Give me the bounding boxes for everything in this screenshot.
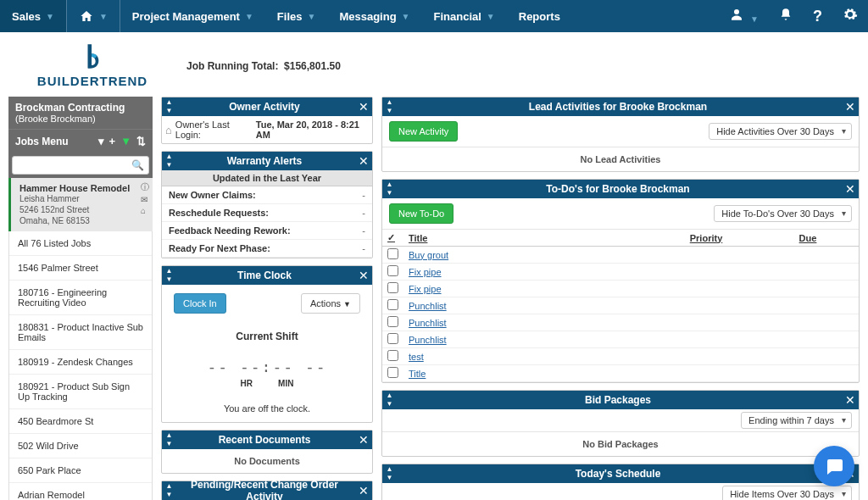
- schedule-filter-select[interactable]: Hide Items Over 30 Days: [722, 486, 852, 500]
- todo-due-header[interactable]: Due: [757, 230, 859, 247]
- nav-messaging[interactable]: Messaging▼: [327, 0, 421, 32]
- todo-link[interactable]: Punchlist: [409, 318, 447, 328]
- lead-filter-select[interactable]: Hide Activities Over 30 Days: [709, 123, 852, 140]
- todo-link[interactable]: Fix pipe: [409, 284, 442, 294]
- todo-link[interactable]: Title: [409, 369, 426, 379]
- close-icon[interactable]: ✕: [355, 484, 372, 497]
- panel-lead-activities: ▲▼Lead Activities for Brooke Brockman✕ N…: [381, 97, 860, 172]
- todo-checkbox[interactable]: [387, 248, 398, 259]
- panel-title: To-Do's for Brooke Brockman: [394, 183, 842, 195]
- drag-handle-icon[interactable]: ▲▼: [162, 97, 174, 116]
- chat-button[interactable]: [814, 446, 854, 486]
- bid-filter-select[interactable]: Ending within 7 days: [741, 412, 852, 429]
- close-icon[interactable]: ✕: [842, 393, 859, 407]
- caret-down-icon: ▼: [46, 12, 54, 21]
- caret-down-icon: ▼: [750, 14, 759, 24]
- warranty-row: Ready For Next Phase:-: [162, 240, 372, 258]
- job-list-item[interactable]: 450 Beardmore St: [9, 409, 152, 434]
- drag-handle-icon[interactable]: ▲▼: [162, 431, 174, 449]
- sidebar: Brockman Contracting (Brooke Brockman) J…: [8, 97, 153, 500]
- nav-project-management[interactable]: Project Management▼: [120, 0, 265, 32]
- owner-login-label: Owner's Last Login:: [175, 119, 253, 140]
- job-list-item[interactable]: 1546 Palmer Street: [9, 256, 152, 281]
- mail-icon[interactable]: ✉: [141, 195, 149, 204]
- todo-checkbox[interactable]: [387, 265, 398, 276]
- logo: BUILDERTREND: [20, 44, 164, 88]
- selected-job[interactable]: Hammer House Remodel Leisha Hammer 5246 …: [8, 178, 153, 231]
- todo-checkbox[interactable]: [387, 282, 398, 293]
- job-list-item[interactable]: 180921 - Product Sub Sign Up Tracking: [9, 375, 152, 409]
- caret-down-icon: ▾: [98, 135, 104, 147]
- owner-login-value: Tue, Mar 20, 2018 - 8:21 AM: [256, 119, 369, 140]
- todo-row: Fix pipe: [382, 281, 859, 297]
- todo-checkbox[interactable]: [387, 350, 398, 361]
- jobs-menu-toggle[interactable]: Jobs Menu ▾ + ▼ ⇅: [8, 129, 153, 153]
- job-list-item[interactable]: 180831 - Product Inactive Sub Emails: [9, 315, 152, 350]
- home-icon: [79, 9, 94, 23]
- todo-title-header[interactable]: Title: [403, 230, 655, 247]
- job-search-input[interactable]: [12, 156, 149, 175]
- close-icon[interactable]: ✕: [355, 433, 372, 447]
- drag-handle-icon[interactable]: ▲▼: [382, 180, 394, 198]
- todo-checkbox[interactable]: [387, 316, 398, 327]
- panel-recent-documents: ▲▼Recent Documents✕ No Documents: [161, 430, 373, 474]
- todo-link[interactable]: Fix pipe: [409, 267, 442, 277]
- top-nav: Sales▼ ▼ Project Management▼ Files▼ Mess…: [0, 0, 868, 32]
- nav-home[interactable]: ▼: [67, 0, 120, 32]
- job-list-item[interactable]: 650 Park Place: [9, 458, 152, 483]
- new-activity-button[interactable]: New Activity: [389, 121, 458, 142]
- selected-job-street: 5246 152nd Street: [19, 204, 147, 215]
- todo-checkbox[interactable]: [387, 367, 398, 378]
- todo-link[interactable]: Buy grout: [409, 250, 448, 260]
- new-todo-button[interactable]: New To-Do: [389, 203, 453, 224]
- drag-handle-icon[interactable]: ▲▼: [382, 97, 394, 116]
- help[interactable]: ?: [803, 8, 832, 25]
- close-icon[interactable]: ✕: [355, 100, 372, 114]
- sort-icon[interactable]: ⇅: [136, 135, 146, 147]
- todo-link[interactable]: test: [409, 352, 424, 362]
- sidebar-search: 🔍: [8, 153, 153, 178]
- user-menu[interactable]: ▼: [719, 7, 769, 25]
- bell-icon: [779, 8, 793, 21]
- todo-checkbox[interactable]: [387, 299, 398, 310]
- header: BUILDERTREND Job Running Total: $156,801…: [0, 32, 868, 97]
- job-list-item[interactable]: 502 Wild Drive: [9, 434, 152, 458]
- close-icon[interactable]: ✕: [355, 269, 372, 282]
- nav-files[interactable]: Files▼: [265, 0, 328, 32]
- todo-checkbox[interactable]: [387, 333, 398, 344]
- no-lead-activities-message: No Lead Activities: [382, 147, 859, 171]
- todo-link[interactable]: Punchlist: [409, 301, 447, 311]
- actions-button[interactable]: Actions ▼: [301, 293, 360, 314]
- job-list-item[interactable]: 180716 - Engineering Recruiting Video: [9, 281, 152, 315]
- nav-financial[interactable]: Financial▼: [421, 0, 506, 32]
- job-list-item[interactable]: Adrian Remodel: [9, 483, 152, 500]
- drag-handle-icon[interactable]: ▲▼: [162, 481, 174, 500]
- drag-handle-icon[interactable]: ▲▼: [162, 152, 174, 170]
- nav-reports[interactable]: Reports: [507, 0, 572, 32]
- no-bid-packages-message: No Bid Packages: [382, 432, 859, 456]
- notifications[interactable]: [769, 8, 803, 25]
- settings[interactable]: [832, 7, 868, 25]
- home-icon[interactable]: ⌂: [141, 206, 149, 215]
- drag-handle-icon[interactable]: ▲▼: [382, 464, 394, 483]
- close-icon[interactable]: ✕: [842, 182, 859, 196]
- no-documents-message: No Documents: [162, 449, 372, 473]
- drag-handle-icon[interactable]: ▲▼: [382, 391, 394, 409]
- todo-link[interactable]: Punchlist: [409, 335, 447, 345]
- close-icon[interactable]: ✕: [842, 100, 859, 114]
- close-icon[interactable]: ✕: [355, 154, 372, 168]
- filter-icon[interactable]: ▼: [120, 135, 131, 147]
- drag-handle-icon[interactable]: ▲▼: [162, 266, 174, 285]
- todo-filter-select[interactable]: Hide To-Do's Over 30 Days: [714, 205, 852, 222]
- todo-priority-header[interactable]: Priority: [655, 230, 757, 247]
- job-list-item[interactable]: 180919 - Zendesk Changes: [9, 350, 152, 375]
- clock-in-button[interactable]: Clock In: [174, 293, 226, 314]
- nav-sales[interactable]: Sales▼: [0, 0, 66, 32]
- info-icon[interactable]: ⓘ: [141, 181, 149, 193]
- panel-todos: ▲▼To-Do's for Brooke Brockman✕ New To-Do…: [381, 179, 860, 383]
- svg-point-0: [734, 9, 739, 14]
- job-list-item[interactable]: All 76 Listed Jobs: [9, 231, 152, 256]
- person-icon: [729, 7, 744, 22]
- add-icon[interactable]: +: [109, 135, 116, 147]
- todo-row: Buy grout: [382, 247, 859, 264]
